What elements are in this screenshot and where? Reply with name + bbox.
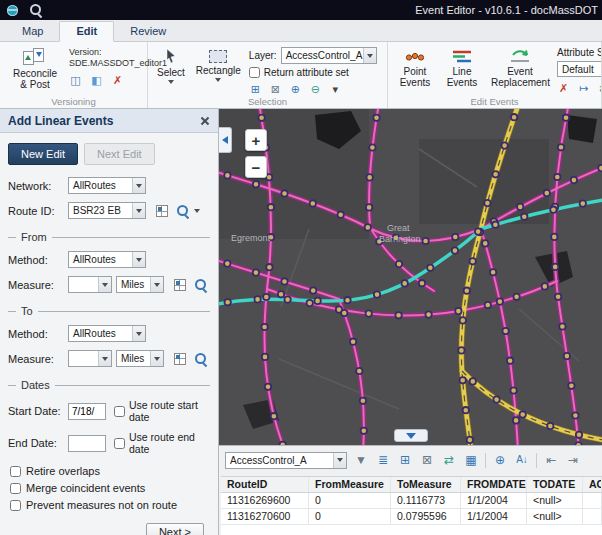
route-id-combobox[interactable]: BSR23 EB [68,202,146,219]
zoom-to-record-icon[interactable]: ⊕ [492,452,508,468]
switch-selection-icon[interactable]: ⇄ [441,452,457,468]
select-features-icon[interactable]: ⊞ [249,83,262,96]
to-unit-combobox[interactable]: Miles [116,350,164,367]
tab-map[interactable]: Map [6,22,59,41]
more-selection-icon[interactable]: ▾ [329,83,342,96]
merge-event-icon[interactable]: ⇄ [597,82,602,95]
from-section-separator: From [8,231,210,243]
zoom-out-button[interactable]: − [245,156,267,178]
column-header[interactable]: ToMeasure [391,477,461,492]
chevron-down-icon[interactable] [132,326,145,341]
to-method-combobox[interactable]: AllRoutes [68,325,146,342]
end-date-input[interactable] [68,435,106,452]
pick-measure-on-map-icon[interactable] [174,279,186,291]
selected-records-icon[interactable]: ▦ [463,452,479,468]
chevron-down-icon[interactable] [98,277,111,292]
chevron-down-icon[interactable] [132,203,145,218]
zoom-icon[interactable] [28,2,44,18]
chevron-down-icon[interactable] [150,351,163,366]
table-layer-combobox[interactable]: AccessControl_A [225,452,347,469]
chevron-down-icon[interactable] [363,48,376,63]
collapse-table-button[interactable] [394,429,428,442]
delete-version-icon[interactable]: ✗ [111,74,124,87]
pan-to-selection-icon[interactable]: ⊖ [309,83,322,96]
return-attribute-set-checkbox[interactable] [249,67,260,78]
from-measure-combobox[interactable] [68,276,112,293]
tab-edit[interactable]: Edit [59,21,114,42]
sort-icon[interactable]: A↓ [514,452,530,468]
to-section-separator: To [8,305,210,317]
column-header[interactable]: FromMeasure [309,477,391,492]
overview-globe-icon[interactable] [4,2,20,18]
layer-combobox[interactable]: AccessControl_A [281,47,377,64]
chevron-down-icon[interactable] [98,351,111,366]
zoom-in-button[interactable]: + [245,129,267,151]
rectangle-tool-button[interactable]: Rectangle [193,45,244,95]
select-button[interactable]: Select [154,45,188,95]
collapse-panel-button[interactable] [219,127,232,153]
edit-events-group-label: Edit Events [388,96,601,107]
zoom-to-selection-icon[interactable]: ⊕ [289,83,302,96]
panel-title: Add Linear Events [8,114,113,128]
line-events-button[interactable]: Line Events [441,45,483,95]
chevron-down-icon[interactable] [132,178,145,193]
next-edit-button[interactable]: Next Edit [84,143,155,165]
select-route-on-map-icon[interactable] [156,205,168,217]
chevron-left-icon [222,136,228,144]
column-header[interactable]: RouteID [221,477,309,492]
filter-icon[interactable]: ▼ [353,452,369,468]
event-replacement-button[interactable]: Event Replacement [488,45,552,95]
zoom-options-icon[interactable] [194,209,200,213]
chevron-down-icon[interactable] [150,277,163,292]
tab-review[interactable]: Review [114,22,182,41]
from-method-combobox[interactable]: AllRoutes [68,251,146,268]
point-events-button[interactable]: Point Events [394,45,436,95]
retire-overlaps-checkbox[interactable] [10,466,21,477]
zoom-to-route-icon[interactable] [176,204,190,218]
delete-event-icon[interactable]: ✗ [557,82,570,95]
add-linear-events-panel: Add Linear Events New Edit Next Edit Net… [0,109,219,535]
column-header[interactable]: FROMDATE [461,477,527,492]
clear-selection-icon[interactable]: ⊠ [269,83,282,96]
attribute-set-combobox[interactable]: Default [557,61,602,77]
post-version-icon[interactable]: ◫ [69,74,82,87]
return-attribute-set-label: Return attribute set [264,67,349,78]
refresh-version-icon[interactable]: ◧ [90,74,103,87]
reconcile-post-icon [23,48,47,66]
clear-selection-icon[interactable]: ⊠ [419,452,435,468]
table-row[interactable]: 11316270600 0 0.0795596 1/1/2004 <null> [221,509,602,525]
next-button[interactable]: Next > [146,523,204,535]
attribute-table: RouteID FromMeasure ToMeasure FROMDATE T… [221,476,602,535]
use-route-start-checkbox[interactable] [114,406,125,417]
pick-measure-on-map-icon[interactable] [174,353,186,365]
zoom-to-measure-icon[interactable] [194,352,208,366]
select-records-icon[interactable]: ⊞ [397,452,413,468]
new-edit-button[interactable]: New Edit [8,143,78,165]
use-route-end-checkbox[interactable] [114,438,125,449]
merge-coincident-checkbox[interactable] [10,483,21,494]
zoom-to-measure-icon[interactable] [194,278,208,292]
from-unit-combobox[interactable]: Miles [116,276,164,293]
column-header[interactable]: AC [583,477,602,492]
toolbar-separator [485,453,486,468]
layer-label: Layer: [249,50,277,61]
map-canvas[interactable]: Egremont Great Barrington + − [219,109,602,445]
map-label-barrington: Barrington [379,234,421,244]
use-route-start-label: Use route start date [129,399,210,423]
close-icon[interactable] [200,116,210,126]
to-measure-combobox[interactable] [68,350,112,367]
reconcile-post-button[interactable]: Reconcile & Post [6,45,64,95]
split-event-icon[interactable]: ↦ [577,82,590,95]
offset-end-icon[interactable]: ⇥ [565,452,581,468]
start-date-input[interactable] [68,403,106,420]
rectangle-icon [209,50,227,63]
offset-start-icon[interactable]: ⇤ [543,452,559,468]
prevent-measures-checkbox[interactable] [10,500,21,511]
chevron-down-icon[interactable] [132,252,145,267]
records-list-icon[interactable]: ≣ [375,452,391,468]
column-header[interactable]: TODATE [527,477,583,492]
chevron-down-icon[interactable] [333,453,346,468]
dates-section-separator: Dates [8,379,210,391]
table-row[interactable]: 11316269600 0 0.1116773 1/1/2004 <null> [221,493,602,509]
network-combobox[interactable]: AllRoutes [68,177,146,194]
